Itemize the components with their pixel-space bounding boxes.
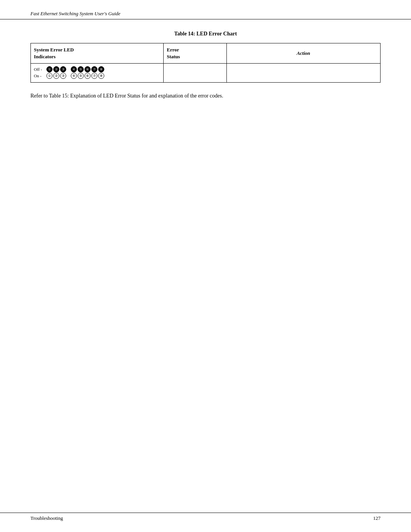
on-led-6: ⑥ (84, 73, 91, 79)
on-led-7: ⑦ (91, 73, 97, 79)
led-key-action (226, 64, 380, 83)
on-led-8: ⑧ (98, 73, 104, 79)
header-indicators: System Error LEDIndicators (31, 43, 164, 64)
on-led-5: ⑤ (78, 73, 84, 79)
led-key-cell: Off - ① ② ③ ④ ⑤ ⑥ ⑦ ⑧ On - ① ② ③ (31, 64, 164, 83)
page-content: Table 14: LED Error Chart System Error L… (0, 31, 411, 101)
off-led-6: ⑥ (84, 66, 91, 72)
off-led-5: ⑤ (78, 66, 84, 72)
header-indicators-text: System Error LEDIndicators (34, 46, 160, 60)
footer-right: 127 (373, 515, 381, 521)
led-key-status (164, 64, 226, 83)
header-status-text: ErrorStatus (167, 46, 223, 60)
led-key-row: Off - ① ② ③ ④ ⑤ ⑥ ⑦ ⑧ On - ① ② ③ (31, 64, 381, 83)
on-led-4: ④ (71, 73, 77, 79)
on-led-1: ① (46, 73, 53, 79)
on-led-3: ③ (60, 73, 66, 79)
page-footer: Troubleshooting 127 (0, 513, 411, 521)
footer-left: Troubleshooting (30, 515, 63, 521)
table-title: Table 14: LED Error Chart (30, 31, 381, 37)
off-led-2: ② (53, 66, 59, 72)
page-header: Fast Ethernet Switching System User's Gu… (0, 0, 411, 19)
off-led-4: ④ (71, 66, 77, 72)
off-led-1: ① (46, 66, 53, 72)
led-error-table: System Error LEDIndicators ErrorStatus A… (30, 43, 381, 83)
led-on-row: On - ① ② ③ ④ ⑤ ⑥ ⑦ ⑧ (34, 73, 160, 79)
off-led-8: ⑧ (98, 66, 104, 72)
on-led-2: ② (53, 73, 59, 79)
header-action-text: Action (297, 50, 310, 56)
header-action: Action (226, 43, 380, 64)
off-label: Off - (34, 67, 45, 72)
table-header-row: System Error LEDIndicators ErrorStatus A… (31, 43, 381, 64)
led-off-row: Off - ① ② ③ ④ ⑤ ⑥ ⑦ ⑧ (34, 66, 160, 72)
off-led-7: ⑦ (91, 66, 97, 72)
header-title: Fast Ethernet Switching System User's Gu… (30, 11, 120, 17)
on-label: On - (34, 73, 45, 78)
refer-text: Refer to Table 15: Explanation of LED Er… (30, 92, 381, 100)
header-status: ErrorStatus (164, 43, 226, 64)
off-led-3: ③ (60, 66, 66, 72)
